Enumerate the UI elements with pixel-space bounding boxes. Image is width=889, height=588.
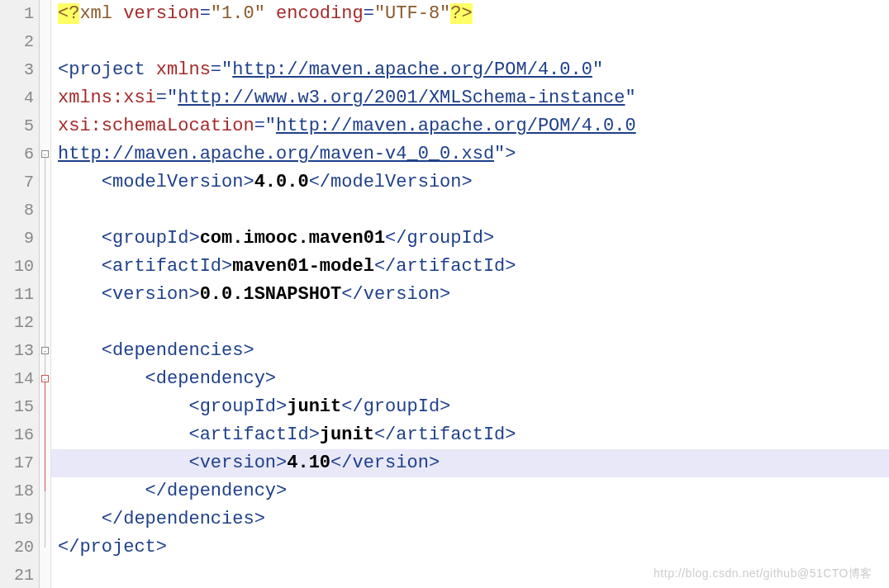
code-line[interactable]: <groupId>com.imooc.maven01</groupId> <box>51 225 889 253</box>
line-number: 4 <box>0 84 34 112</box>
code-line[interactable] <box>51 309 889 337</box>
code-line[interactable] <box>51 28 889 56</box>
code-line[interactable]: </project> <box>51 533 889 562</box>
code-line[interactable]: <artifactId>junit</artifactId> <box>51 421 889 449</box>
line-number: 21 <box>0 562 34 588</box>
line-number-gutter: 123456789101112131415161718192021 <box>0 0 40 588</box>
line-number: 17 <box>0 449 34 477</box>
code-line[interactable]: <dependency> <box>51 365 889 393</box>
code-line-current[interactable]: <version>4.10</version> <box>51 449 889 477</box>
line-number: 1 <box>0 0 34 28</box>
line-number: 15 <box>0 393 34 421</box>
xml-decl-open: <? <box>58 3 79 24</box>
url: http://maven.apache.org/POM/4.0.0 <box>276 116 636 136</box>
line-number: 19 <box>0 505 34 533</box>
xml-decl-close: ?> <box>450 3 472 24</box>
watermark: http://blog.csdn.net/github@51CTO博客 <box>654 567 872 581</box>
line-number: 2 <box>0 28 34 56</box>
line-number: 5 <box>0 112 34 140</box>
url: http://maven.apache.org/maven-v4_0_0.xsd <box>58 144 494 164</box>
code-line[interactable]: </dependencies> <box>51 505 889 533</box>
code-area[interactable]: <?xml version="1.0" encoding="UTF-8"?> <… <box>51 0 889 588</box>
code-line[interactable]: xmlns:xsi="http://www.w3.org/2001/XMLSch… <box>51 84 889 112</box>
attr: version <box>123 3 199 24</box>
line-number: 18 <box>0 477 34 505</box>
url: http://maven.apache.org/POM/4.0.0 <box>232 59 592 80</box>
fold-toggle-icon[interactable]: - <box>41 150 49 158</box>
xml-name: xml <box>79 3 123 24</box>
code-line[interactable]: http://maven.apache.org/maven-v4_0_0.xsd… <box>51 140 889 168</box>
line-number: 10 <box>0 253 34 281</box>
line-number: 3 <box>0 56 34 84</box>
code-line[interactable]: <groupId>junit</groupId> <box>51 393 889 421</box>
line-number: 11 <box>0 281 34 309</box>
fold-column[interactable]: --- <box>40 0 51 588</box>
line-number: 12 <box>0 309 34 337</box>
line-number: 6 <box>0 140 34 168</box>
code-line[interactable] <box>51 197 889 225</box>
line-number: 7 <box>0 168 34 197</box>
code-line[interactable]: xsi:schemaLocation="http://maven.apache.… <box>51 112 889 140</box>
code-line[interactable]: <modelVersion>4.0.0</modelVersion> <box>51 168 889 197</box>
code-line[interactable]: <dependencies> <box>51 337 889 365</box>
line-number: 20 <box>0 533 34 562</box>
url: http://www.w3.org/2001/XMLSchema-instanc… <box>178 88 625 108</box>
code-line[interactable]: <version>0.0.1SNAPSHOT</version> <box>51 281 889 309</box>
code-editor[interactable]: 123456789101112131415161718192021 --- <?… <box>0 0 889 588</box>
code-line[interactable]: <artifactId>maven01-model</artifactId> <box>51 253 889 281</box>
fold-toggle-icon[interactable]: - <box>41 347 49 354</box>
line-number: 13 <box>0 337 34 365</box>
code-line[interactable]: </dependency> <box>51 477 889 505</box>
code-line[interactable]: <project xmlns="http://maven.apache.org/… <box>51 56 889 84</box>
line-number: 8 <box>0 197 34 225</box>
attr: encoding <box>265 3 364 24</box>
code-line[interactable]: <?xml version="1.0" encoding="UTF-8"?> <box>51 0 889 28</box>
line-number: 16 <box>0 421 34 449</box>
line-number: 9 <box>0 225 34 253</box>
fold-toggle-icon[interactable]: - <box>41 375 49 382</box>
line-number: 14 <box>0 365 34 393</box>
